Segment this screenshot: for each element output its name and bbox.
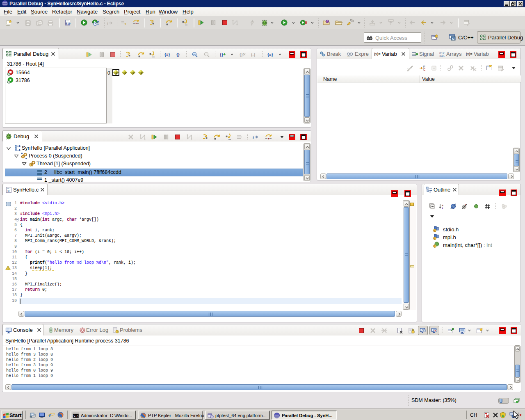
svg-text:!: !: [434, 237, 435, 240]
svg-text:C: C: [452, 37, 454, 41]
svg-text:(x)=: (x)=: [466, 52, 472, 56]
svg-text:C:\: C:\: [74, 415, 79, 418]
svg-text:{}: {}: [220, 52, 223, 57]
svg-text:!: !: [434, 229, 435, 232]
svg-text:{}: {}: [176, 52, 180, 57]
svg-text:{≡}: {≡}: [267, 52, 273, 57]
svg-text:(x)=: (x)=: [374, 52, 380, 56]
svg-text:010: 010: [66, 23, 71, 25]
svg-text:{#}: {#}: [164, 52, 170, 57]
svg-text:(-): (-): [251, 52, 255, 57]
svg-text:!: !: [117, 331, 118, 333]
svg-text:i: i: [107, 21, 109, 25]
svg-text:x=: x=: [347, 55, 350, 57]
svg-text:!: !: [434, 245, 435, 248]
svg-text:345: 345: [439, 55, 445, 57]
svg-text:{}: {}: [240, 52, 243, 57]
svg-text:c: c: [7, 189, 9, 193]
svg-text:i: i: [253, 135, 254, 139]
